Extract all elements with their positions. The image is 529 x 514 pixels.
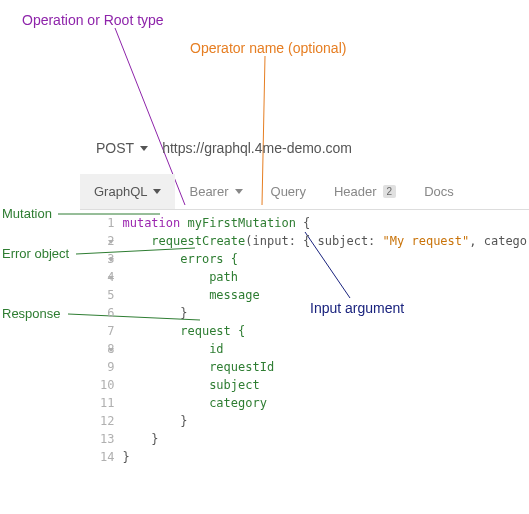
annotation-mutation: Mutation: [2, 206, 52, 221]
token-field: subject: [122, 378, 259, 392]
token-field: request {: [122, 324, 245, 338]
line-number: 5: [107, 288, 114, 302]
token-field: id: [122, 342, 223, 356]
line-number: 3: [107, 252, 114, 266]
request-row: POST: [80, 130, 529, 174]
line-number: 4: [107, 270, 114, 284]
code-editor[interactable]: 1 2 3 4 5 6 7 8 9 10 11 12 13 14 mutatio…: [80, 210, 529, 466]
tab-label: Bearer: [189, 184, 228, 199]
tab-bar: GraphQL Bearer Query Header 2 Docs: [80, 174, 529, 210]
code-content[interactable]: mutation myFirstMutation { requestCreate…: [122, 214, 529, 466]
annotation-root-type: Operation or Root type: [22, 12, 164, 28]
line-number: 14: [100, 450, 114, 464]
line-number: 1: [107, 216, 114, 230]
tab-label: Header: [334, 184, 377, 199]
token: }: [122, 414, 187, 428]
token-field: category: [122, 396, 267, 410]
tab-docs[interactable]: Docs: [410, 174, 468, 209]
token-field: path: [122, 270, 238, 284]
token-name: myFirstMutation: [187, 216, 295, 230]
tab-header[interactable]: Header 2: [320, 174, 410, 209]
line-number: 11: [100, 396, 114, 410]
dropdown-icon: [140, 146, 148, 151]
token: , category:: [469, 234, 529, 248]
token: (input: { subject:: [245, 234, 382, 248]
tab-label: Query: [271, 184, 306, 199]
annotation-response: Response: [2, 306, 61, 321]
token: [122, 234, 151, 248]
line-number: 9: [107, 360, 114, 374]
dropdown-icon: [235, 189, 243, 194]
method-selector[interactable]: POST: [90, 136, 154, 160]
token-keyword: mutation: [122, 216, 180, 230]
line-number: 7: [107, 324, 114, 338]
tab-graphql[interactable]: GraphQL: [80, 174, 175, 209]
dropdown-icon: [153, 189, 161, 194]
tab-label: GraphQL: [94, 184, 147, 199]
token-field: requestCreate: [151, 234, 245, 248]
line-number: 12: [100, 414, 114, 428]
header-count-badge: 2: [383, 185, 397, 198]
api-panel: POST GraphQL Bearer Query Header 2 Docs …: [80, 130, 529, 466]
tab-label: Docs: [424, 184, 454, 199]
token: }: [122, 432, 158, 446]
token: }: [122, 450, 129, 464]
tab-bearer[interactable]: Bearer: [175, 174, 256, 209]
annotation-error-object: Error object: [2, 246, 69, 261]
url-input[interactable]: [162, 140, 462, 156]
token: {: [296, 216, 310, 230]
line-number: 2: [107, 234, 114, 248]
token: }: [122, 306, 187, 320]
token-field: errors {: [122, 252, 238, 266]
token-field: requestId: [122, 360, 274, 374]
line-number: 6: [107, 306, 114, 320]
http-method: POST: [96, 140, 134, 156]
tab-query[interactable]: Query: [257, 174, 320, 209]
token-string: "My request": [383, 234, 470, 248]
line-gutter: 1 2 3 4 5 6 7 8 9 10 11 12 13 14: [80, 214, 122, 466]
line-number: 13: [100, 432, 114, 446]
annotation-operator-name: Operator name (optional): [190, 40, 346, 56]
line-number: 8: [107, 342, 114, 356]
line-number: 10: [100, 378, 114, 392]
token-field: message: [122, 288, 259, 302]
